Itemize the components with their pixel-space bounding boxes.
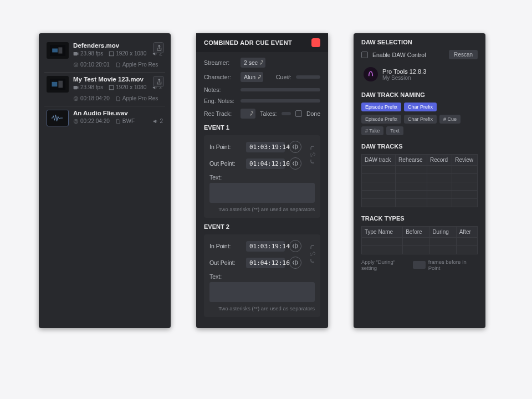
out-label: Out Point: [209,259,242,266]
daw-tracks-table: DAW track Rehearse Record Review [361,154,478,207]
tag-episode-prefix[interactable]: Episode Prefix [361,103,401,111]
media-file-list: Defenders.mov 23.98 fps 1920 x 1080 2 00… [39,33,171,328]
cueno-label: Cue#: [276,74,291,80]
streamer-label: Streamer: [204,59,236,66]
col-before: Before [403,227,429,238]
frames-input[interactable] [413,261,426,269]
text-label: Text: [209,273,315,280]
panel-title: COMBINED ADR CUE EVENT [204,39,292,46]
share-icon[interactable] [153,42,164,53]
svg-rect-2 [58,47,62,53]
file-name: My Test Movie 123.mov [73,76,163,83]
table-row[interactable] [362,191,478,199]
link-in-out-icon[interactable] [309,244,316,263]
apply-during-label-a: Apply "During" setting [361,259,410,271]
col-dawtrack: DAW track [362,155,396,166]
table-row[interactable] [362,238,478,246]
video-thumbnail [47,42,69,59]
event1-in-timecode[interactable]: 01:03:19:14 [246,142,285,152]
daw-selection-title: DAW SELECTION [361,39,478,45]
separator-hint: Two asterisks (**) are used as separator… [209,305,315,311]
daw-session-name: My Session [382,75,426,81]
svg-point-16 [366,69,376,79]
svg-rect-1 [52,49,58,53]
cue-event-panel: COMBINED ADR CUE EVENT Streamer: 2 sec C… [196,33,328,328]
takes-input[interactable] [282,112,291,115]
event2-box: In Point: 01:03:19:14 Out Point: 01:04:1… [204,234,320,317]
svg-point-5 [75,64,77,66]
svg-rect-4 [109,52,114,56]
set-in-button[interactable] [289,141,301,153]
engnotes-input[interactable] [241,99,320,103]
tag-take[interactable]: # Take [361,126,383,135]
share-icon[interactable] [153,76,164,87]
done-label: Done [306,110,320,117]
notes-input[interactable] [241,88,320,91]
character-select[interactable]: Alun [241,72,263,82]
table-row[interactable] [362,182,478,191]
done-checkbox[interactable] [295,110,302,117]
in-label: In Point: [209,144,242,150]
rectrack-select[interactable] [241,109,255,119]
col-rehearse: Rehearse [396,155,427,166]
file-row[interactable]: My Test Movie 123.mov 23.98 fps 1920 x 1… [44,72,165,106]
naming-available-tags: Episode Prefix Char Prefix # Cue # Take … [361,115,478,135]
separator-hint: Two asterisks (**) are used as separator… [209,206,315,212]
svg-rect-3 [74,52,78,55]
event1-text-input[interactable] [209,183,315,203]
col-after: After [456,227,477,238]
svg-point-13 [74,96,78,101]
col-typename: Type Name [362,227,403,238]
svg-rect-11 [109,85,114,90]
text-label: Text: [209,174,315,181]
cueno-input[interactable] [296,75,320,79]
file-row[interactable]: An Audio Flie.wav 00:22:04:20 BWF 2 [44,106,165,130]
tag-char-prefix[interactable]: Char Prefix [404,103,437,111]
rescan-button[interactable]: Rescan [449,50,478,59]
engnotes-label: Eng. Notes: [204,98,236,104]
svg-point-15 [74,119,78,124]
daw-panel: DAW SELECTION Enable DAW Control Rescan … [354,33,485,328]
naming-active-tags: Episode Prefix Char Prefix [361,103,478,111]
event1-out-timecode[interactable]: 01:04:12:16 [246,158,285,169]
table-row[interactable] [362,246,478,254]
event2-in-timecode[interactable]: 01:03:19:14 [246,241,285,252]
enable-daw-checkbox[interactable] [361,52,368,58]
svg-point-12 [75,98,77,100]
svg-point-14 [75,120,77,122]
streamer-select[interactable]: 2 sec [241,58,265,68]
daw-app-row[interactable]: Pro Tools 12.8.3 My Session [361,64,478,85]
apply-during-label-b: frames before In Point [428,259,478,271]
event2-title: EVENT 2 [204,223,320,230]
takes-label: Takes: [260,110,277,117]
svg-rect-10 [74,86,78,89]
svg-point-6 [74,63,78,67]
svg-rect-8 [52,82,58,86]
col-record: Record [427,155,452,166]
link-in-out-icon[interactable] [309,145,316,164]
set-in-button[interactable] [289,240,301,252]
table-row[interactable] [362,199,478,207]
tag-cue[interactable]: # Cue [439,115,461,124]
track-types-title: TRACK TYPES [361,215,478,222]
video-thumbnail [47,76,69,93]
set-out-button[interactable] [289,157,301,170]
daw-app-name: Pro Tools 12.8.3 [382,68,426,75]
event1-title: EVENT 1 [204,124,320,131]
file-name: An Audio Flie.wav [73,110,163,116]
record-indicator-icon[interactable] [311,38,320,47]
daw-tracks-title: DAW TRACKS [361,143,478,150]
tag-text[interactable]: Text [386,126,403,135]
out-label: Out Point: [209,160,242,167]
table-row[interactable] [362,174,478,182]
event2-out-timecode[interactable]: 01:04:12:16 [246,258,285,268]
table-row[interactable] [362,166,478,174]
file-row[interactable]: Defenders.mov 23.98 fps 1920 x 1080 2 00… [44,39,165,72]
track-types-table: Type Name Before During After [361,226,478,254]
character-label: Character: [204,74,236,80]
file-name: Defenders.mov [73,42,163,49]
event2-text-input[interactable] [209,282,315,302]
set-out-button[interactable] [289,257,301,269]
tag-char-prefix[interactable]: Char Prefix [404,115,437,124]
tag-episode-prefix[interactable]: Episode Prefix [361,115,401,124]
